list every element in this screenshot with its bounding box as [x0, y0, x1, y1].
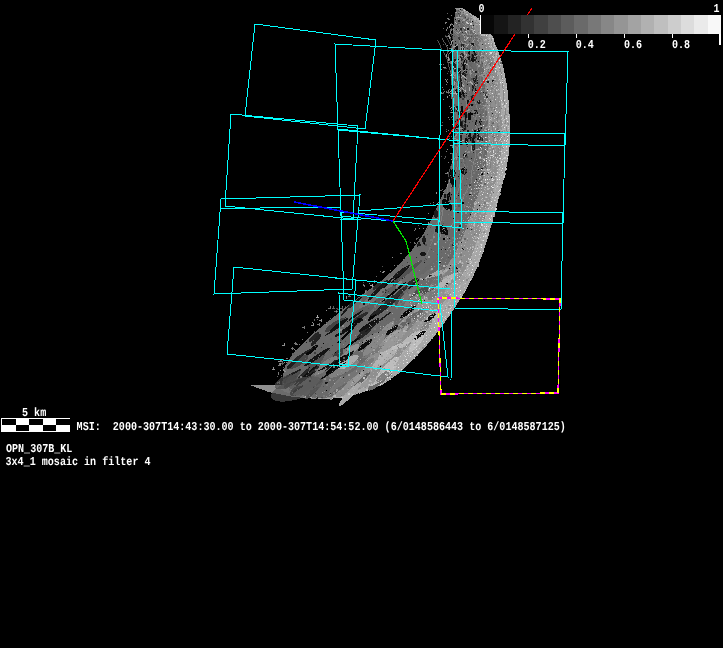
svg-text:0.6: 0.6 — [624, 38, 642, 52]
svg-text:5 km: 5 km — [22, 406, 46, 420]
svg-text:0.2: 0.2 — [528, 38, 546, 52]
svg-text:MSI: 2000-307T14:43:30.00 to: MSI: 2000-307T14:43:30.00 to 2000-307T14… — [77, 420, 566, 434]
svg-text:0.4: 0.4 — [576, 38, 594, 52]
svg-text:0.8: 0.8 — [672, 38, 690, 52]
svg-text:OPN_307B_KL: OPN_307B_KL — [6, 442, 72, 456]
svg-text:3x4_1 mosaic in filter 4: 3x4_1 mosaic in filter 4 — [6, 455, 151, 469]
svg-text:1: 1 — [714, 2, 720, 16]
svg-text:0: 0 — [479, 2, 485, 16]
